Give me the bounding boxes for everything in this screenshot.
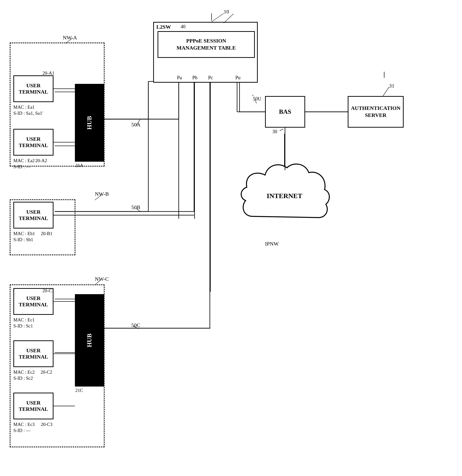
- ut3-ref: 20-B1: [41, 231, 53, 236]
- svg-line-22: [212, 13, 224, 22]
- hub-c-ref: 21C: [75, 388, 83, 393]
- ut1-ref: 20-A1: [43, 71, 54, 76]
- ut2-mac: MAC : Ea2: [13, 158, 35, 163]
- ut5-sid: S-ID : Sc2: [13, 376, 33, 381]
- l2sw-ref: 40: [181, 24, 186, 29]
- diagram: 10 L2SW 40 PPPoE SESSION MANAGEMENT TABL…: [0, 0, 462, 476]
- pppoe-box: PPPoE SESSION MANAGEMENT TABLE: [158, 31, 255, 58]
- hub-a-ref: 21A: [75, 163, 83, 168]
- svg-text:INTERNET: INTERNET: [267, 192, 302, 200]
- ipnw-label: IPNW: [265, 241, 279, 247]
- label-50a: 50A: [131, 122, 141, 128]
- ref-30: 30: [272, 129, 277, 134]
- bas-label: BAS: [279, 108, 291, 115]
- ut6-sid: S-ID : —: [13, 428, 31, 433]
- ut6-mac: MAC : Ec3: [13, 422, 35, 427]
- svg-line-50: [280, 129, 283, 131]
- ut4-mac: MAC : Ec1: [13, 317, 35, 323]
- user-terminal-5: USER TERMINAL: [13, 340, 53, 367]
- user-terminal-2: USER TERMINAL: [13, 129, 53, 156]
- ut5-mac: MAC : Ec2: [13, 370, 35, 375]
- user-terminal-6: USER TERMINAL: [13, 393, 53, 419]
- user-terminal-1: USER TERMINAL: [13, 75, 53, 102]
- nw-c-label: NW-C: [95, 276, 109, 282]
- port-pc-label: Pc: [208, 75, 213, 80]
- port-pb-label: Pb: [192, 75, 197, 80]
- ref-10: 10: [224, 9, 229, 15]
- ut1-sid: S-ID : Sa1, Sa1': [13, 111, 43, 116]
- hub-c-box: HUB: [75, 294, 104, 387]
- svg-line-42: [383, 87, 389, 96]
- ut4-sid: S-ID : Sc1: [13, 323, 33, 329]
- nw-b-label: NW-B: [95, 191, 109, 197]
- l2sw-outer-box: L2SW 40 PPPoE SESSION MANAGEMENT TABLE P…: [153, 22, 258, 83]
- internet-cloud: INTERNET: [238, 158, 331, 236]
- ut2-ref: 20-A2: [35, 158, 47, 163]
- l2sw-label: L2SW: [156, 24, 171, 30]
- hub-a-box: HUB: [75, 84, 104, 162]
- cloud-svg: INTERNET: [238, 158, 331, 236]
- ut6-ref: 20-C3: [41, 422, 53, 427]
- label-50u: 50U: [253, 96, 261, 102]
- nw-a-label: NW-A: [63, 35, 77, 41]
- hub-a-label: HUB: [86, 116, 93, 130]
- label-50c: 50C: [131, 322, 140, 328]
- bas-box: BAS: [265, 96, 305, 128]
- port-pu-label: Pu: [235, 75, 240, 80]
- user-terminal-3: USER TERMINAL: [13, 202, 53, 229]
- port-pa-label: Pa: [177, 75, 182, 80]
- pppoe-label: PPPoE SESSION MANAGEMENT TABLE: [177, 37, 236, 51]
- ut4-ref: 20-C1: [43, 288, 54, 293]
- ut5-ref: 20-C2: [41, 370, 52, 375]
- ut1-mac: MAC : Ea1: [13, 105, 35, 110]
- ref-31: 31: [389, 83, 394, 89]
- ut2-sid: S-ID : —: [13, 164, 31, 169]
- ut3-mac: MAC : Eb1: [13, 231, 35, 236]
- label-50b: 50B: [131, 204, 140, 211]
- hub-c-label: HUB: [86, 334, 93, 347]
- auth-server-box: AUTHENTICATION SERVER: [348, 96, 404, 128]
- ut3-sid: S-ID : Sb1: [13, 237, 33, 242]
